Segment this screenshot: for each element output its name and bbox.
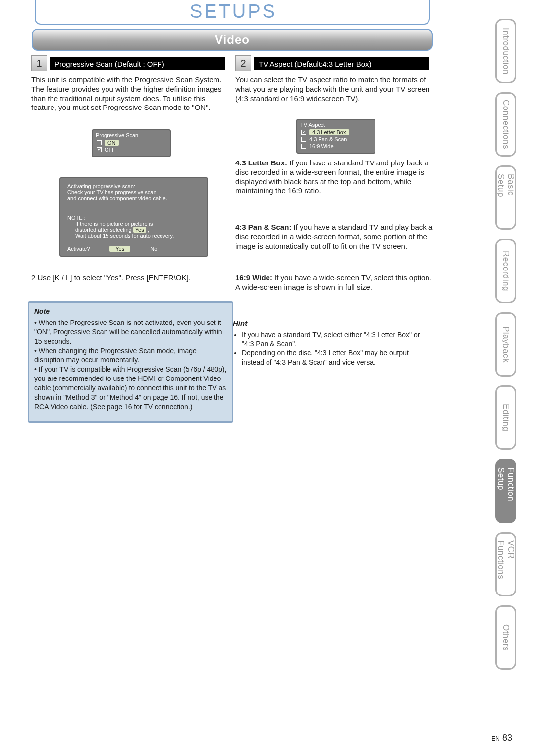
section-body-2: You can select the TV aspect ratio to ma… (235, 75, 433, 103)
dialog-note-title: NOTE : (67, 215, 200, 221)
side-tab-basic-setup[interactable]: Basic Setup (495, 165, 516, 230)
dialog-text: Activating progressive scan: Check your … (67, 183, 200, 201)
after-dialog-step: 2 Use [K / L] to select "Yes". Press [EN… (31, 273, 229, 283)
side-tab-recording[interactable]: Recording (495, 239, 516, 303)
option-window-progressive-scan: Progressive Scan ON ✔ OFF (92, 129, 171, 157)
option-row-label: OFF (105, 147, 115, 153)
option-row-label: ON (105, 140, 119, 146)
page-title: SETUPS (36, 1, 431, 22)
side-tab-playback[interactable]: Playback (495, 312, 516, 377)
side-tab-label: Function Setup (496, 467, 516, 515)
page-frame: SETUPS (35, 0, 430, 25)
dialog-yes-inline: Yes (133, 227, 146, 233)
section-banner-label: Video (215, 33, 250, 47)
side-tab-strip: Introduction Connections Basic Setup Rec… (495, 19, 516, 670)
page-region: EN (491, 735, 500, 742)
option-row-wide[interactable]: 16:9 Wide (297, 143, 374, 150)
side-tab-introduction[interactable]: Introduction (495, 19, 516, 83)
dialog-yes-button[interactable]: Yes (109, 246, 130, 252)
page-num: 83 (502, 733, 512, 743)
side-tab-label: Basic Setup (496, 174, 516, 221)
dialog-activating-progressive: Activating progressive scan: Check your … (59, 177, 208, 257)
section-banner: Video (32, 29, 433, 51)
aspect-desc-wide: 16:9 Wide: If you have a wide-screen TV,… (235, 273, 433, 292)
checkbox-icon: ✔ (301, 130, 306, 135)
option-row-label: 16:9 Wide (309, 143, 334, 149)
hint-title: Hint (233, 319, 426, 327)
side-tab-vcr-functions[interactable]: VCR Functions (495, 532, 516, 596)
option-row-panscan[interactable]: 4:3 Pan & Scan (297, 136, 374, 143)
side-tab-editing[interactable]: Editing (495, 385, 516, 450)
section-number-1: 1 (31, 55, 47, 71)
side-tab-connections[interactable]: Connections (495, 92, 516, 157)
option-row-letterbox[interactable]: ✔ 4:3 Letter Box (297, 129, 374, 136)
aspect-desc-letterbox: 4:3 Letter Box: If you have a standard T… (235, 159, 433, 196)
side-tab-label: Others (501, 624, 511, 651)
side-tab-label: VCR Functions (496, 540, 516, 588)
side-tab-others[interactable]: Others (495, 605, 516, 670)
dialog-activate-row: Activate? Yes No (67, 246, 200, 252)
dialog-prompt: Activate? (67, 246, 90, 252)
side-tab-label: Recording (501, 251, 511, 291)
option-row-off[interactable]: ✔ OFF (93, 146, 170, 153)
checkbox-icon (301, 144, 306, 149)
checkbox-icon (97, 140, 102, 145)
hint-list: If you have a standard TV, select either… (233, 330, 426, 367)
section-number-2: 2 (235, 55, 251, 71)
dialog-note-lines: If there is no picture or picture is dis… (67, 221, 200, 239)
side-tab-label: Connections (501, 100, 511, 149)
side-tab-label: Playback (501, 326, 511, 363)
dialog-no-button[interactable]: No (150, 246, 157, 252)
note-heading: Note (34, 307, 227, 316)
checkbox-icon: ✔ (97, 147, 102, 152)
desc-lead: 4:3 Pan & Scan: (235, 223, 291, 231)
section-body-1: This unit is compatible with the Progres… (31, 75, 229, 112)
option-window-tv-aspect: TV Aspect ✔ 4:3 Letter Box 4:3 Pan & Sca… (296, 119, 375, 154)
option-row-label: 4:3 Letter Box (309, 129, 349, 135)
side-tab-function-setup[interactable]: Function Setup (495, 459, 516, 523)
note-callout: Note • When the Progressive Scan is not … (28, 301, 233, 423)
checkbox-icon (301, 137, 306, 142)
desc-lead: 16:9 Wide: (235, 273, 272, 282)
side-tab-label: Introduction (501, 28, 511, 75)
option-window-header: TV Aspect (297, 120, 374, 129)
page-number: EN 83 (491, 733, 512, 743)
option-row-label: 4:3 Pan & Scan (309, 136, 347, 142)
option-row-on[interactable]: ON (93, 139, 170, 146)
section-title-2: TV Aspect (Default:4:3 Letter Box) (254, 57, 429, 70)
hint-item: Depending on the disc, "4:3 Letter Box" … (242, 348, 426, 366)
note-body: • When the Progressive Scan is not activ… (34, 318, 227, 412)
option-window-header: Progressive Scan (93, 130, 170, 139)
section-title-1: Progressive Scan (Default : OFF) (50, 57, 225, 70)
desc-lead: 4:3 Letter Box: (235, 159, 287, 167)
aspect-desc-panscan: 4:3 Pan & Scan: If you have a standard T… (235, 223, 433, 251)
hint-item: If you have a standard TV, select either… (242, 330, 426, 348)
hint-callout: Hint If you have a standard TV, select e… (233, 319, 426, 367)
side-tab-label: Editing (501, 404, 511, 431)
